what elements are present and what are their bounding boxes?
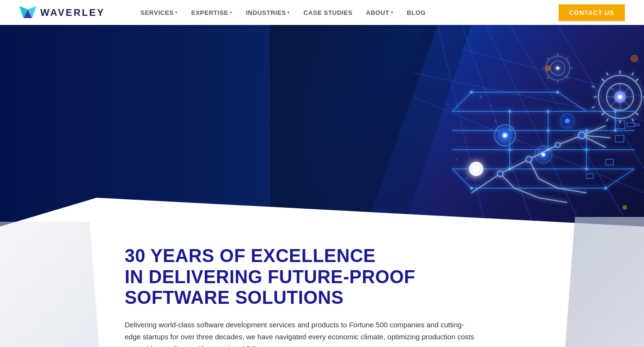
nav-item-case-studies[interactable]: CASE STUDIES (297, 0, 359, 25)
svg-point-115 (466, 178, 468, 180)
svg-point-96 (526, 156, 532, 162)
svg-point-42 (604, 187, 607, 190)
chevron-down-icon: ▾ (391, 10, 394, 15)
chevron-down-icon: ▾ (230, 10, 233, 15)
svg-point-113 (494, 120, 497, 122)
svg-line-8 (438, 25, 486, 227)
svg-point-110 (622, 205, 627, 210)
svg-line-7 (510, 25, 630, 227)
svg-point-114 (456, 158, 458, 160)
nav-item-expertise[interactable]: EXPERTISE ▾ (185, 0, 239, 25)
svg-point-31 (547, 110, 550, 113)
content-inner: 30 YEARS OF EXCELLENCE IN DELIVERING FUT… (125, 246, 489, 347)
svg-point-27 (508, 110, 511, 113)
svg-line-80 (547, 77, 549, 79)
contact-us-button[interactable]: CONTACT US (559, 4, 625, 21)
diagonal-right-decoration (558, 217, 644, 347)
svg-line-50 (602, 79, 604, 81)
hero-section (0, 25, 644, 227)
svg-line-57 (607, 119, 608, 121)
svg-point-98 (578, 132, 585, 139)
nav-item-services[interactable]: SERVICES ▾ (134, 0, 185, 25)
subtext: Delivering world-class software developm… (125, 319, 480, 347)
hero-circuit-illustration (270, 25, 644, 227)
chevron-down-icon: ▾ (175, 10, 178, 15)
svg-line-54 (607, 72, 608, 75)
svg-rect-103 (606, 159, 613, 165)
svg-point-40 (556, 91, 559, 94)
svg-rect-102 (615, 135, 624, 142)
svg-point-88 (542, 153, 545, 156)
svg-line-53 (602, 113, 604, 115)
svg-rect-100 (627, 123, 634, 127)
svg-point-84 (503, 133, 507, 137)
headline: 30 YEARS OF EXCELLENCE IN DELIVERING FUT… (125, 246, 489, 309)
svg-line-52 (636, 79, 638, 81)
svg-line-77 (547, 58, 549, 60)
navbar: WAVERLEY SERVICES ▾ EXPERTISE ▾ INDUSTRI… (0, 0, 644, 25)
svg-point-38 (614, 129, 617, 132)
logo-icon (19, 6, 36, 19)
svg-point-109 (631, 55, 638, 62)
svg-line-56 (632, 72, 633, 75)
svg-point-97 (555, 143, 560, 147)
svg-point-108 (545, 65, 551, 71)
chevron-down-icon: ▾ (287, 10, 290, 15)
nav-links: SERVICES ▾ EXPERTISE ▾ INDUSTRIES ▾ CASE… (134, 0, 559, 25)
svg-point-111 (480, 96, 482, 98)
svg-point-29 (508, 148, 511, 151)
svg-line-12 (462, 49, 644, 97)
svg-point-32 (547, 129, 550, 132)
nav-item-blog[interactable]: BLOG (400, 0, 433, 25)
logo-text: WAVERLEY (40, 7, 105, 18)
logo[interactable]: WAVERLEY (19, 6, 105, 19)
svg-point-39 (470, 91, 473, 94)
svg-point-41 (470, 187, 473, 190)
svg-rect-104 (586, 174, 593, 179)
diagonal-left-decoration (0, 222, 105, 347)
svg-line-21 (452, 92, 471, 111)
svg-point-112 (490, 106, 492, 108)
svg-point-68 (618, 95, 622, 99)
svg-point-91 (565, 119, 570, 123)
svg-point-35 (585, 148, 588, 151)
svg-line-5 (462, 25, 534, 227)
svg-line-60 (592, 107, 595, 108)
svg-point-72 (556, 67, 559, 70)
svg-rect-101 (634, 124, 639, 126)
svg-line-23 (558, 92, 586, 111)
svg-line-51 (636, 113, 638, 115)
nav-item-industries[interactable]: INDUSTRIES ▾ (239, 0, 297, 25)
svg-point-95 (497, 171, 503, 177)
content-section: 30 YEARS OF EXCELLENCE IN DELIVERING FUT… (0, 227, 644, 347)
svg-point-107 (473, 166, 479, 172)
svg-line-79 (566, 58, 568, 60)
svg-point-36 (585, 168, 588, 170)
svg-point-34 (585, 129, 588, 132)
nav-item-about[interactable]: ABOUT ▾ (359, 0, 400, 25)
